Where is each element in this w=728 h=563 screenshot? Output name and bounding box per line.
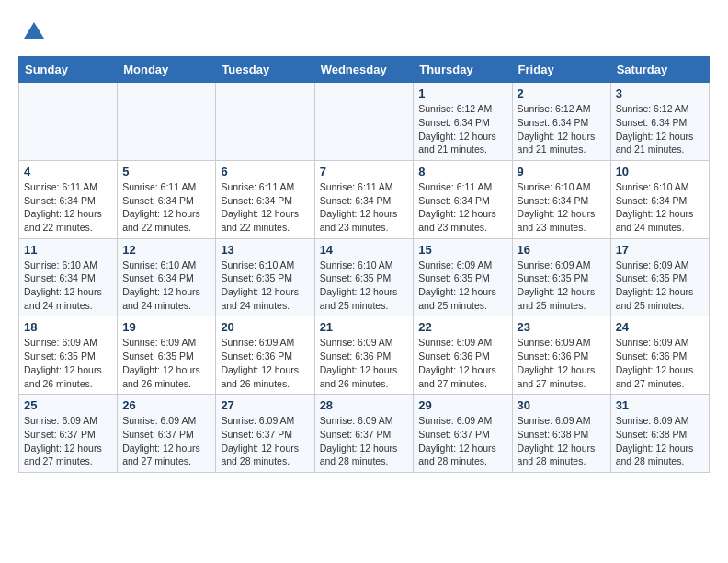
day-number: 22 — [418, 320, 506, 334]
calendar-header-row: SundayMondayTuesdayWednesdayThursdayFrid… — [19, 57, 710, 83]
calendar-cell: 15Sunrise: 6:09 AM Sunset: 6:35 PM Dayli… — [414, 238, 512, 316]
day-number: 20 — [221, 320, 309, 334]
day-number: 31 — [616, 398, 704, 412]
calendar-cell: 16Sunrise: 6:09 AM Sunset: 6:35 PM Dayli… — [512, 238, 610, 316]
day-number: 18 — [24, 320, 112, 334]
calendar-cell: 8Sunrise: 6:11 AM Sunset: 6:34 PM Daylig… — [414, 160, 512, 238]
calendar-cell: 27Sunrise: 6:09 AM Sunset: 6:37 PM Dayli… — [216, 395, 314, 473]
calendar-cell: 13Sunrise: 6:10 AM Sunset: 6:35 PM Dayli… — [216, 238, 314, 316]
day-number: 30 — [518, 398, 606, 412]
day-info: Sunrise: 6:10 AM Sunset: 6:34 PM Dayligh… — [518, 180, 606, 235]
day-number: 17 — [616, 243, 704, 257]
day-number: 6 — [221, 165, 309, 178]
header-day-thursday: Thursday — [414, 57, 512, 83]
day-info: Sunrise: 6:09 AM Sunset: 6:36 PM Dayligh… — [418, 336, 506, 390]
calendar-cell: 10Sunrise: 6:10 AM Sunset: 6:34 PM Dayli… — [610, 160, 709, 238]
day-info: Sunrise: 6:12 AM Sunset: 6:34 PM Dayligh… — [616, 102, 704, 156]
calendar-cell: 30Sunrise: 6:09 AM Sunset: 6:38 PM Dayli… — [512, 395, 610, 473]
calendar-cell: 1Sunrise: 6:12 AM Sunset: 6:34 PM Daylig… — [414, 83, 512, 161]
day-number: 10 — [616, 165, 704, 178]
calendar-cell: 11Sunrise: 6:10 AM Sunset: 6:34 PM Dayli… — [19, 238, 118, 316]
calendar-cell: 26Sunrise: 6:09 AM Sunset: 6:37 PM Dayli… — [118, 395, 216, 473]
header-day-tuesday: Tuesday — [216, 57, 314, 83]
day-number: 3 — [616, 86, 704, 100]
day-info: Sunrise: 6:12 AM Sunset: 6:34 PM Dayligh… — [518, 102, 606, 156]
day-number: 11 — [24, 243, 112, 257]
day-number: 23 — [518, 320, 606, 334]
calendar-cell: 6Sunrise: 6:11 AM Sunset: 6:34 PM Daylig… — [216, 160, 314, 238]
day-number: 27 — [221, 398, 309, 412]
calendar-week-5: 25Sunrise: 6:09 AM Sunset: 6:37 PM Dayli… — [19, 395, 710, 473]
calendar-cell: 20Sunrise: 6:09 AM Sunset: 6:36 PM Dayli… — [216, 316, 314, 395]
day-info: Sunrise: 6:09 AM Sunset: 6:37 PM Dayligh… — [320, 414, 409, 468]
calendar-cell — [19, 83, 118, 161]
day-info: Sunrise: 6:10 AM Sunset: 6:34 PM Dayligh… — [122, 259, 210, 313]
calendar-table: SundayMondayTuesdayWednesdayThursdayFrid… — [18, 56, 710, 473]
day-info: Sunrise: 6:09 AM Sunset: 6:36 PM Dayligh… — [320, 336, 409, 390]
logo-icon — [20, 18, 48, 46]
calendar-cell: 5Sunrise: 6:11 AM Sunset: 6:34 PM Daylig… — [118, 160, 216, 238]
day-info: Sunrise: 6:10 AM Sunset: 6:35 PM Dayligh… — [221, 259, 309, 313]
day-info: Sunrise: 6:09 AM Sunset: 6:35 PM Dayligh… — [24, 336, 112, 390]
calendar-cell: 23Sunrise: 6:09 AM Sunset: 6:36 PM Dayli… — [512, 316, 610, 395]
day-info: Sunrise: 6:09 AM Sunset: 6:35 PM Dayligh… — [122, 336, 210, 390]
calendar-cell: 19Sunrise: 6:09 AM Sunset: 6:35 PM Dayli… — [118, 316, 216, 395]
day-number: 14 — [320, 243, 409, 257]
day-info: Sunrise: 6:11 AM Sunset: 6:34 PM Dayligh… — [418, 180, 506, 235]
day-info: Sunrise: 6:11 AM Sunset: 6:34 PM Dayligh… — [320, 180, 409, 235]
day-number: 4 — [24, 165, 112, 178]
calendar-cell: 2Sunrise: 6:12 AM Sunset: 6:34 PM Daylig… — [512, 83, 610, 161]
day-number: 15 — [418, 243, 506, 257]
header-day-saturday: Saturday — [610, 57, 709, 83]
calendar-cell — [216, 83, 314, 161]
day-number: 25 — [24, 398, 112, 412]
header-day-friday: Friday — [512, 57, 610, 83]
day-info: Sunrise: 6:12 AM Sunset: 6:34 PM Dayligh… — [418, 102, 506, 156]
day-number: 24 — [616, 320, 704, 334]
day-number: 5 — [122, 165, 210, 178]
day-number: 1 — [418, 86, 506, 100]
day-info: Sunrise: 6:10 AM Sunset: 6:35 PM Dayligh… — [320, 259, 409, 313]
calendar-week-3: 11Sunrise: 6:10 AM Sunset: 6:34 PM Dayli… — [19, 238, 710, 316]
day-info: Sunrise: 6:09 AM Sunset: 6:36 PM Dayligh… — [221, 336, 309, 390]
day-number: 9 — [518, 165, 606, 178]
calendar-cell: 7Sunrise: 6:11 AM Sunset: 6:34 PM Daylig… — [314, 160, 414, 238]
day-info: Sunrise: 6:09 AM Sunset: 6:35 PM Dayligh… — [616, 259, 704, 313]
calendar-cell: 31Sunrise: 6:09 AM Sunset: 6:38 PM Dayli… — [610, 395, 709, 473]
day-info: Sunrise: 6:09 AM Sunset: 6:37 PM Dayligh… — [122, 414, 210, 468]
calendar-cell: 24Sunrise: 6:09 AM Sunset: 6:36 PM Dayli… — [610, 316, 709, 395]
day-info: Sunrise: 6:09 AM Sunset: 6:35 PM Dayligh… — [418, 259, 506, 313]
header-day-sunday: Sunday — [19, 57, 118, 83]
day-number: 2 — [518, 86, 606, 100]
calendar-cell: 3Sunrise: 6:12 AM Sunset: 6:34 PM Daylig… — [610, 83, 709, 161]
day-info: Sunrise: 6:09 AM Sunset: 6:38 PM Dayligh… — [616, 414, 704, 468]
svg-marker-0 — [24, 22, 44, 39]
day-number: 28 — [320, 398, 409, 412]
day-number: 12 — [122, 243, 210, 257]
calendar-cell: 25Sunrise: 6:09 AM Sunset: 6:37 PM Dayli… — [19, 395, 118, 473]
day-number: 13 — [221, 243, 309, 257]
calendar-cell: 17Sunrise: 6:09 AM Sunset: 6:35 PM Dayli… — [610, 238, 709, 316]
day-info: Sunrise: 6:09 AM Sunset: 6:37 PM Dayligh… — [24, 414, 112, 468]
day-info: Sunrise: 6:09 AM Sunset: 6:37 PM Dayligh… — [418, 414, 506, 468]
calendar-cell: 4Sunrise: 6:11 AM Sunset: 6:34 PM Daylig… — [19, 160, 118, 238]
calendar-cell: 28Sunrise: 6:09 AM Sunset: 6:37 PM Dayli… — [314, 395, 414, 473]
logo — [18, 18, 48, 47]
logo-text — [18, 18, 48, 51]
day-info: Sunrise: 6:11 AM Sunset: 6:34 PM Dayligh… — [24, 180, 112, 235]
day-info: Sunrise: 6:09 AM Sunset: 6:36 PM Dayligh… — [518, 336, 606, 390]
day-number: 21 — [320, 320, 409, 334]
day-info: Sunrise: 6:09 AM Sunset: 6:35 PM Dayligh… — [518, 259, 606, 313]
calendar-week-1: 1Sunrise: 6:12 AM Sunset: 6:34 PM Daylig… — [19, 83, 710, 161]
day-info: Sunrise: 6:09 AM Sunset: 6:36 PM Dayligh… — [616, 336, 704, 390]
day-info: Sunrise: 6:11 AM Sunset: 6:34 PM Dayligh… — [122, 180, 210, 235]
day-number: 7 — [320, 165, 409, 178]
calendar-cell: 21Sunrise: 6:09 AM Sunset: 6:36 PM Dayli… — [314, 316, 414, 395]
calendar-cell — [314, 83, 414, 161]
day-info: Sunrise: 6:09 AM Sunset: 6:37 PM Dayligh… — [221, 414, 309, 468]
day-info: Sunrise: 6:11 AM Sunset: 6:34 PM Dayligh… — [221, 180, 309, 235]
calendar-cell: 12Sunrise: 6:10 AM Sunset: 6:34 PM Dayli… — [118, 238, 216, 316]
page-header — [18, 18, 710, 47]
day-info: Sunrise: 6:10 AM Sunset: 6:34 PM Dayligh… — [616, 180, 704, 235]
day-info: Sunrise: 6:09 AM Sunset: 6:38 PM Dayligh… — [518, 414, 606, 468]
